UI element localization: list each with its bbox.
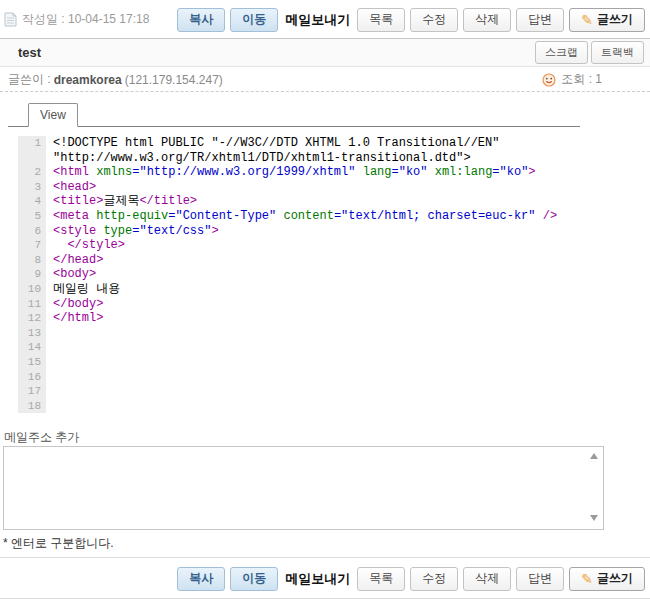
line-number: 10 [18,282,46,297]
author-ip: (121.179.154.247) [125,73,223,87]
write-button[interactable]: ✎글쓰기 [569,567,645,591]
code-line: </html> [46,311,103,326]
delete-button-label: 삭제 [475,11,499,28]
code-row: 17 [18,384,623,399]
code-line: 메일링 내용 [46,282,120,297]
reply-button[interactable]: 답변 [516,567,564,591]
code-viewer: 1<!DOCTYPE html PUBLIC "-//W3C//DTD XHTM… [18,136,623,413]
toolbar-top-buttons: 복사이동메일보내기목록수정삭제답변✎글쓰기 [177,8,645,32]
delete-button-label: 삭제 [475,570,499,587]
copy-button-label: 복사 [189,11,213,28]
trackback-button[interactable]: 트랙백 [591,41,644,64]
move-button[interactable]: 이동 [230,567,278,591]
code-row: 5<meta http-equiv="Content-Type" content… [18,209,623,224]
scroll-down-icon[interactable] [590,515,598,521]
code-row: 10메일링 내용 [18,282,623,297]
code-line: <html xmlns="http://www.w3.org/1999/xhtm… [46,165,536,180]
code-line [46,355,60,370]
delete-button[interactable]: 삭제 [463,567,511,591]
send-mail-button[interactable]: 메일보내기 [285,570,350,588]
list-button[interactable]: 목록 [357,8,405,32]
code-line: <title>글제목</title> [46,194,197,209]
edit-button-label: 수정 [422,570,446,587]
mail-address-label: 메일주소 추가 [4,429,79,446]
code-line: <body> [46,267,96,282]
line-number: 5 [18,209,46,224]
edit-button[interactable]: 수정 [410,567,458,591]
divider-bottom [0,598,650,599]
title-buttons: 스크랩 트랙백 [535,41,644,64]
code-row: 12</html> [18,311,623,326]
post-title: test [18,45,41,60]
code-row: 7 </style> [18,238,623,253]
line-number: 4 [18,194,46,209]
reply-button-label: 답변 [528,570,552,587]
reply-button[interactable]: 답변 [516,8,564,32]
line-number: 8 [18,253,46,268]
line-number: 14 [18,340,46,355]
code-row: 3<head> [18,180,623,195]
line-number [18,151,46,166]
author-row: 글쓴이 : dreamkorea (121.179.154.247) 조회 : … [0,68,650,92]
code-row: 4<title>글제목</title> [18,194,623,209]
author-prefix: 글쓴이 : [8,71,51,88]
line-number: 16 [18,370,46,385]
mail-note: * 엔터로 구분합니다. [3,535,114,552]
copy-button[interactable]: 복사 [177,8,225,32]
edit-button[interactable]: 수정 [410,8,458,32]
line-number: 18 [18,399,46,414]
code-line [46,384,60,399]
line-number: 17 [18,384,46,399]
line-number: 2 [18,165,46,180]
code-line [46,370,60,385]
code-row: "http://www.w3.org/TR/xhtml1/DTD/xhtml1-… [18,151,623,166]
edit-button-label: 수정 [422,11,446,28]
post-date: 작성일 : 10-04-15 17:18 [4,11,149,28]
list-button[interactable]: 목록 [357,567,405,591]
write-button-label: 글쓰기 [597,570,633,587]
scroll-up-icon[interactable] [590,453,598,459]
line-number: 9 [18,267,46,282]
line-number: 13 [18,326,46,341]
code-line: "http://www.w3.org/TR/xhtml1/DTD/xhtml1-… [46,151,471,166]
line-number: 12 [18,311,46,326]
smiley-icon [542,73,556,87]
code-row: 15 [18,355,623,370]
document-icon [4,12,17,27]
tab-strip: View [8,104,580,127]
line-number: 3 [18,180,46,195]
code-row: 9<body> [18,267,623,282]
code-row: 11</body> [18,297,623,312]
code-row: 14 [18,340,623,355]
copy-button[interactable]: 복사 [177,567,225,591]
list-button-label: 목록 [369,570,393,587]
scrap-button[interactable]: 스크랩 [535,41,588,64]
code-line: <!DOCTYPE html PUBLIC "-//W3C//DTD XHTML… [46,136,499,151]
code-row: 2<html xmlns="http://www.w3.org/1999/xht… [18,165,623,180]
toolbar-top: 작성일 : 10-04-15 17:18 복사이동메일보내기목록수정삭제답변✎글… [4,7,645,32]
code-row: 8</head> [18,253,623,268]
code-line: <style type="text/css"> [46,224,219,239]
code-line: </body> [46,297,103,312]
author-name: dreamkorea [54,73,122,87]
code-line: <meta http-equiv="Content-Type" content=… [46,209,557,224]
mail-address-input[interactable] [4,447,603,529]
code-line: </head> [46,253,103,268]
code-row: 16 [18,370,623,385]
code-line: <head> [46,180,96,195]
delete-button[interactable]: 삭제 [463,8,511,32]
code-row: 6<style type="text/css"> [18,224,623,239]
code-row: 13 [18,326,623,341]
pencil-icon: ✎ [581,13,593,27]
send-mail-button[interactable]: 메일보내기 [285,11,350,29]
write-button[interactable]: ✎글쓰기 [569,8,645,32]
copy-button-label: 복사 [189,570,213,587]
views-label: 조회 : 1 [561,71,602,88]
code-line [46,340,60,355]
tab-view[interactable]: View [28,103,78,127]
code-line [46,326,60,341]
move-button[interactable]: 이동 [230,8,278,32]
line-number: 1 [18,136,46,151]
toolbar-bottom: 복사이동메일보내기목록수정삭제답변✎글쓰기 [4,566,645,591]
post-view-page: 작성일 : 10-04-15 17:18 복사이동메일보내기목록수정삭제답변✎글… [0,0,650,603]
